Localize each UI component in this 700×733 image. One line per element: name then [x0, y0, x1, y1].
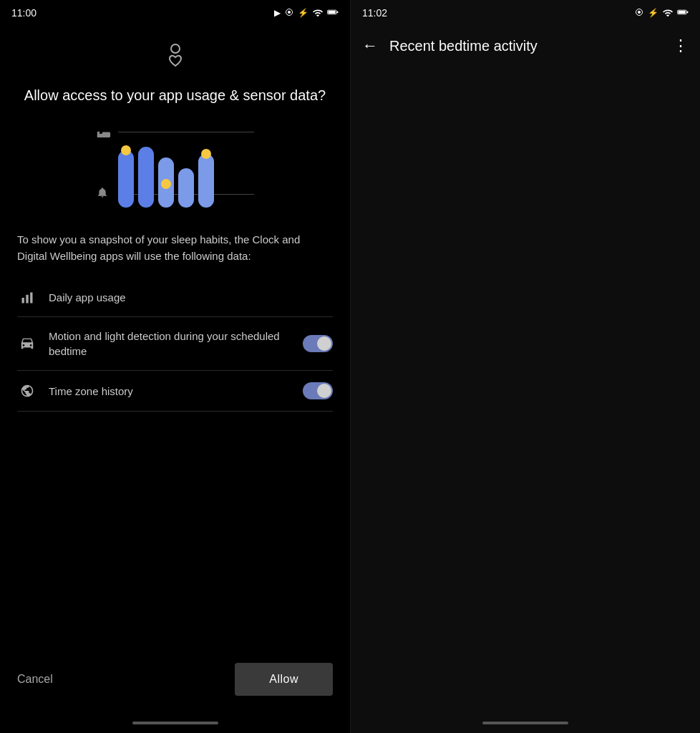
more-vert-icon[interactable]: ⋮	[673, 37, 689, 55]
perm-motion-text: Motion and light detection during your s…	[49, 329, 291, 359]
bell-icon	[97, 187, 108, 200]
bar-body-3	[158, 157, 174, 208]
motion-toggle[interactable]	[303, 335, 333, 352]
back-button-right[interactable]: ←	[362, 37, 378, 55]
permission-item-app-usage: Daily app usage	[17, 278, 333, 317]
bottom-indicator-right	[482, 722, 568, 724]
permission-title: Allow access to your app usage & sensor …	[17, 86, 333, 105]
svg-rect-16	[686, 11, 688, 12]
status-bar-right: 11:02 ⚡	[351, 0, 700, 26]
chart-bar-2	[138, 147, 154, 208]
svg-point-1	[288, 11, 291, 14]
chart-container	[17, 122, 333, 215]
target-icon-right	[635, 8, 643, 19]
right-content	[351, 66, 700, 722]
right-top-nav: ← Recent bedtime activity ⋮	[351, 26, 700, 66]
health-heart-icon	[158, 40, 193, 74]
bottom-indicator-left	[132, 722, 218, 724]
chart-bar-3	[158, 157, 174, 208]
play-icon: ▶	[274, 8, 281, 18]
permission-item-motion: Motion and light detection during your s…	[17, 317, 333, 371]
status-icons-left: ▶ ⚡	[274, 8, 339, 19]
bar-dot-5	[201, 149, 211, 159]
globe-icon	[17, 384, 37, 398]
bar-body-1	[118, 150, 134, 208]
right-panel: 11:02 ⚡ ← Recent bedtime activity ⋮	[350, 0, 700, 733]
allow-button[interactable]: Allow	[235, 663, 333, 696]
svg-rect-15	[678, 11, 685, 14]
permission-item-timezone: Time zone history	[17, 371, 333, 412]
left-panel: 11:00 ▶ ⚡	[0, 0, 350, 733]
svg-rect-11	[30, 292, 32, 303]
svg-rect-7	[97, 132, 99, 137]
chart-bars	[118, 122, 254, 208]
bar-body-2	[138, 147, 154, 208]
app-icon-container	[17, 40, 333, 74]
chart-bar-1	[118, 150, 134, 208]
perm-timezone-text: Time zone history	[49, 384, 291, 399]
bar-dot-1	[121, 145, 131, 155]
status-time-right: 11:02	[362, 7, 387, 19]
battery-icon	[327, 8, 339, 19]
bar-chart-icon	[17, 291, 37, 305]
status-time-left: 11:00	[11, 7, 37, 19]
target-icon	[285, 8, 293, 19]
bar-body-5	[198, 154, 214, 208]
timezone-toggle[interactable]	[303, 382, 333, 399]
description-text: To show you a snapshot of your sleep hab…	[17, 232, 333, 264]
left-content: Allow access to your app usage & sensor …	[0, 26, 350, 649]
chart-bar-4	[178, 168, 194, 208]
chart-bar-5	[198, 154, 214, 208]
perm-app-usage-text: Daily app usage	[49, 290, 333, 305]
wifi-icon-right	[663, 8, 673, 19]
status-bar-left: 11:00 ▶ ⚡	[0, 0, 350, 26]
car-icon	[17, 337, 37, 350]
nav-title-right: Recent bedtime activity	[389, 38, 673, 54]
bar-dot-3	[161, 179, 171, 189]
svg-rect-3	[328, 11, 335, 14]
bolt-icon: ⚡	[298, 8, 308, 18]
cancel-button[interactable]: Cancel	[17, 667, 53, 691]
battery-icon-right	[677, 8, 689, 19]
bar-body-4	[178, 168, 194, 208]
wifi-icon	[313, 8, 323, 19]
svg-rect-8	[102, 132, 110, 135]
bed-icon	[97, 129, 111, 141]
svg-rect-10	[26, 294, 28, 303]
bottom-buttons: Cancel Allow	[0, 649, 350, 710]
svg-point-5	[171, 44, 180, 53]
status-icons-right: ⚡	[635, 8, 689, 19]
svg-rect-4	[336, 11, 338, 12]
svg-point-13	[638, 11, 641, 14]
bolt-icon-right: ⚡	[648, 8, 658, 18]
svg-rect-9	[22, 298, 24, 304]
